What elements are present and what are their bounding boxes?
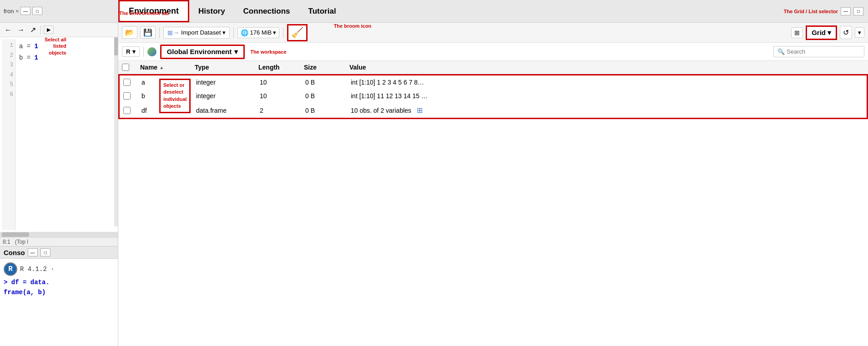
console-minimize-btn[interactable]: — (28, 248, 38, 256)
global-env-btn[interactable]: Global Environment ▾ (160, 45, 245, 59)
grid-label: Grid (812, 29, 826, 36)
r-version: R 4.1.2 · (20, 266, 55, 273)
spreadsheet-icon[interactable]: ⊞ (417, 106, 423, 114)
memory-chevron: ▾ (273, 29, 276, 36)
minimize-editor-btn[interactable]: — (20, 7, 30, 15)
console-title: Conso (4, 249, 25, 256)
col-header-name: Name ▲ (140, 64, 195, 71)
col-header-value: Value (349, 64, 864, 71)
row-df-size: 0 B (305, 107, 351, 114)
row-df-value: 10 obs. of 2 variables ⊞ (351, 106, 863, 115)
row-a-length: 10 (260, 79, 305, 86)
sort-asc-icon[interactable]: ▲ (159, 65, 164, 70)
console-prompt-1[interactable]: > df = data. (4, 279, 114, 286)
maximize-editor-btn[interactable]: □ (32, 7, 42, 15)
row-b-length: 10 (260, 92, 305, 100)
table-row: b integer 10 0 B int [1:10] 11 12 13 14 … (118, 89, 868, 103)
row-df-length: 2 (260, 107, 305, 114)
env-tab-annotation: The Environment tab (119, 10, 169, 16)
memory-globe-icon: 🌐 (241, 29, 248, 36)
refresh-btn[interactable]: ↺ (840, 26, 852, 39)
row-a-checkbox[interactable] (123, 79, 131, 86)
grid-chevron-icon: ▾ (828, 29, 831, 37)
minimize-right-btn[interactable]: — (841, 7, 851, 15)
scroll-position: (Top l (15, 239, 28, 245)
grid-list-annotation: The Grid / List selector (784, 9, 838, 14)
run-btn[interactable]: ▶ (44, 25, 54, 34)
row-df-name: df (141, 107, 196, 114)
tab-connections[interactable]: Connections (234, 0, 299, 22)
open-folder-btn[interactable]: 📂 (122, 26, 137, 39)
save-icon: 💾 (143, 28, 152, 37)
open-folder-icon: 📂 (125, 28, 134, 37)
tab-tutorial[interactable]: Tutorial (299, 0, 345, 22)
r-dropdown-btn[interactable]: R ▾ (122, 46, 140, 57)
row-df-checkbox[interactable] (123, 107, 131, 114)
r-chevron-icon: ▾ (132, 48, 136, 55)
row-a-name: a (141, 79, 196, 86)
row-a-value: int [1:10] 1 2 3 4 5 6 7 8… (351, 79, 863, 86)
memory-value: 176 MiB (250, 29, 272, 36)
row-a-size: 0 B (305, 79, 351, 86)
cursor-position: 8:1 (3, 239, 10, 245)
row-b-checkbox[interactable] (123, 92, 131, 100)
refresh-icon: ↺ (843, 29, 849, 36)
col-header-size: Size (304, 64, 349, 71)
col-header-length: Length (258, 64, 304, 71)
row-b-size: 0 B (305, 92, 351, 100)
col-header-type: Type (195, 64, 258, 71)
row-b-type: integer (196, 92, 260, 100)
code-line-5: b = 1 (19, 52, 38, 64)
table-row: a integer 10 0 B int [1:10] 1 2 3 4 5 6 … (118, 74, 868, 89)
fron-text: fron (4, 8, 14, 15)
env-color-ball (147, 47, 156, 56)
row-b-name: b (141, 92, 196, 100)
select-all-checkbox[interactable] (122, 64, 129, 71)
console-maximize-btn[interactable]: □ (40, 248, 50, 256)
broom-btn[interactable]: 🧹 (287, 24, 308, 41)
r-logo: R (4, 262, 17, 276)
r-label: R (126, 48, 131, 55)
table-row: df data.frame 2 0 B 10 obs. of 2 variabl… (118, 103, 868, 119)
code-line-3: a = 1 (19, 41, 38, 52)
import-dataset-btn[interactable]: ⊞→ Import Dataset ▾ (163, 27, 230, 39)
grid-view-btn[interactable]: ⊞ (791, 27, 803, 38)
source-btn[interactable]: ↗ (28, 25, 38, 35)
row-df-type: data.frame (196, 107, 260, 114)
row-b-value: int [1:10] 11 12 13 14 15 … (351, 92, 863, 100)
import-label: Import Dataset (181, 29, 221, 36)
global-env-chevron: ▾ (234, 48, 238, 56)
save-btn[interactable]: 💾 (140, 26, 156, 39)
row-a-type: integer (196, 79, 260, 86)
maximize-right-btn[interactable]: □ (853, 7, 863, 15)
grid-selector-btn[interactable]: Grid ▾ (806, 25, 837, 40)
broom-icon: 🧹 (291, 27, 303, 39)
broom-annotation: The broom icon (334, 23, 372, 29)
memory-display[interactable]: 🌐 176 MiB ▾ (237, 27, 279, 38)
forward-btn[interactable]: → (15, 25, 26, 35)
search-box[interactable]: 🔍 (773, 46, 864, 57)
import-icon: ⊞→ (167, 29, 179, 36)
console-prompt-2: frame(a, b) (4, 289, 114, 296)
back-btn[interactable]: ← (3, 25, 14, 35)
search-input[interactable] (787, 48, 863, 55)
grid-icon: ⊞ (794, 29, 800, 36)
tab-history[interactable]: History (189, 0, 234, 22)
global-env-label: Global Environment (167, 48, 232, 55)
search-icon: 🔍 (777, 48, 785, 55)
refresh-chevron-btn[interactable]: ▾ (855, 27, 864, 38)
chevrons-icon[interactable]: » (15, 8, 19, 14)
workspace-annotation: The workspace (250, 49, 286, 55)
import-chevron-icon: ▾ (222, 29, 226, 36)
